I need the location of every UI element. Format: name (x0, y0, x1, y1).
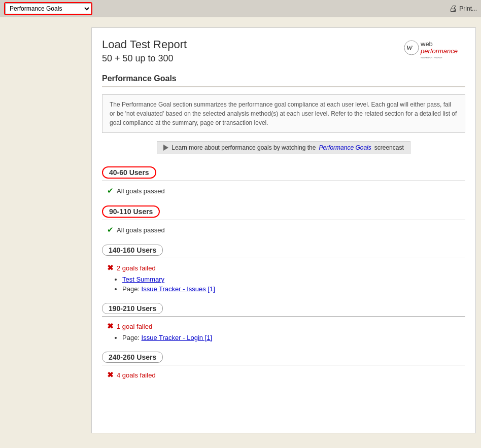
report-title: Load Test Report 50 + 50 up to 300 (102, 38, 187, 64)
item-prefix-2-1: Page: (122, 285, 142, 293)
user-group-title-0: 40-60 Users (102, 166, 156, 179)
report-container: Load Test Report 50 + 50 up to 300 w web… (91, 27, 476, 433)
user-group-title-4: 240-260 Users (102, 352, 163, 363)
list-item: Page: Issue Tracker - Issues [1] (122, 285, 465, 293)
check-icon-0: ✔ (107, 186, 114, 195)
section-dropdown[interactable]: Performance Goals (5, 3, 91, 14)
user-group-content-2: ✖2 goals failedTest SummaryPage: Issue T… (102, 263, 465, 293)
item-link-3-0[interactable]: Issue Tracker - Login [1] (142, 334, 212, 341)
screencast-button-container: Learn more about performance goals by wa… (102, 141, 465, 154)
svg-text:web: web (420, 40, 433, 48)
x-icon-2: ✖ (107, 263, 114, 272)
list-item: Test Summary (122, 275, 465, 283)
goal-failed-4: ✖4 goals failed (107, 370, 465, 380)
svg-text:testing tools: testing tools (421, 56, 442, 58)
report-subtitle: 50 + 50 up to 300 (102, 53, 187, 64)
user-group-content-1: ✔All goals passed (102, 225, 465, 234)
report-header: Load Test Report 50 + 50 up to 300 w web… (102, 38, 465, 64)
screencast-prefix: Learn more about performance goals by wa… (171, 144, 316, 151)
user-group-0: 40-60 Users✔All goals passed (102, 166, 465, 195)
report-title-main: Load Test Report (102, 38, 187, 51)
svg-text:w: w (406, 42, 413, 52)
x-icon-3: ✖ (107, 322, 114, 331)
info-text: The Performance Goal section summarizes … (110, 101, 457, 126)
user-groups-container: 40-60 Users✔All goals passed90-110 Users… (102, 166, 465, 380)
play-icon (163, 145, 168, 151)
screencast-button[interactable]: Learn more about performance goals by wa… (157, 141, 410, 154)
logo-container: w web performance testing tools (404, 38, 465, 60)
check-icon-1: ✔ (107, 225, 114, 234)
print-button[interactable]: 🖨 Print... (449, 4, 477, 13)
screencast-link[interactable]: Performance Goals (319, 144, 371, 151)
failed-list-3: Page: Issue Tracker - Login [1] (122, 334, 465, 341)
user-group-title-2: 140-160 Users (102, 245, 163, 256)
pass-message-1: All goals passed (117, 226, 165, 234)
goal-failed-2: ✖2 goals failed (107, 263, 465, 272)
fail-message-3: 1 goal failed (117, 323, 152, 330)
x-icon-4: ✖ (107, 370, 114, 380)
info-box: The Performance Goal section summarizes … (102, 94, 465, 133)
pass-message-0: All goals passed (117, 187, 165, 195)
user-group-header-0: 40-60 Users (102, 166, 465, 181)
item-link-2-0[interactable]: Test Summary (122, 275, 164, 283)
printer-icon: 🖨 (449, 4, 457, 13)
goal-passed-1: ✔All goals passed (107, 225, 465, 234)
goal-passed-0: ✔All goals passed (107, 186, 465, 195)
webperformance-logo-svg: w web performance testing tools (404, 38, 465, 58)
failed-list-2: Test SummaryPage: Issue Tracker - Issues… (122, 275, 465, 293)
main-content: Load Test Report 50 + 50 up to 300 w web… (0, 17, 481, 448)
item-prefix-3-0: Page: (122, 334, 142, 341)
user-group-4: 240-260 Users✖4 goals failed (102, 352, 465, 380)
user-group-3: 190-210 Users✖1 goal failedPage: Issue T… (102, 303, 465, 341)
list-item: Page: Issue Tracker - Login [1] (122, 334, 465, 341)
user-group-title-1: 90-110 Users (102, 205, 160, 218)
fail-message-4: 4 goals failed (117, 371, 156, 379)
user-group-content-0: ✔All goals passed (102, 186, 465, 195)
svg-text:performance: performance (420, 47, 458, 55)
user-group-header-2: 140-160 Users (102, 245, 465, 258)
user-group-title-3: 190-210 Users (102, 303, 163, 314)
goal-failed-3: ✖1 goal failed (107, 322, 465, 331)
dropdown-wrapper: Performance Goals (4, 2, 92, 15)
screencast-suffix: screencast (374, 144, 404, 151)
user-group-header-3: 190-210 Users (102, 303, 465, 317)
user-group-header-1: 90-110 Users (102, 205, 465, 220)
user-group-content-4: ✖4 goals failed (102, 370, 465, 380)
fail-message-2: 2 goals failed (117, 264, 156, 272)
user-group-2: 140-160 Users✖2 goals failedTest Summary… (102, 245, 465, 293)
print-label: Print... (459, 5, 477, 12)
toolbar-left: Performance Goals (4, 2, 92, 15)
user-group-header-4: 240-260 Users (102, 352, 465, 365)
logo: w web performance testing tools (404, 38, 465, 60)
user-group-content-3: ✖1 goal failedPage: Issue Tracker - Logi… (102, 322, 465, 341)
section-heading: Performance Goals (102, 74, 465, 87)
user-group-1: 90-110 Users✔All goals passed (102, 205, 465, 234)
item-link-2-1[interactable]: Issue Tracker - Issues [1] (142, 285, 215, 293)
toolbar: Performance Goals 🖨 Print... (0, 0, 481, 17)
